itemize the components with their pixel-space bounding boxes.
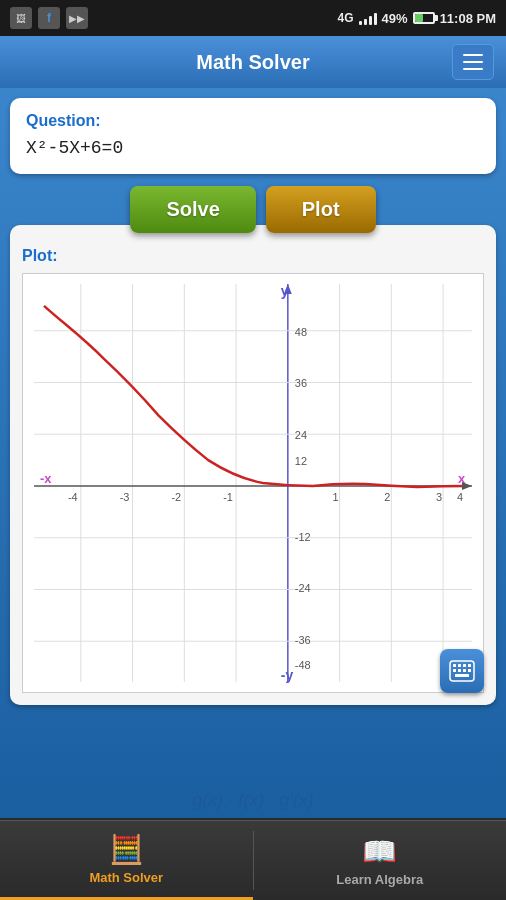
svg-text:-1: -1 xyxy=(223,491,233,503)
question-text[interactable]: X²-5X+6=0 xyxy=(26,138,480,158)
time: 11:08 PM xyxy=(440,11,496,26)
calculator-icon: 🧮 xyxy=(109,833,144,866)
nav-label-learn-algebra: Learn Algebra xyxy=(336,872,423,887)
svg-text:-12: -12 xyxy=(295,531,311,543)
menu-icon xyxy=(463,61,483,63)
menu-button[interactable] xyxy=(452,44,494,80)
svg-text:2: 2 xyxy=(384,491,390,503)
svg-text:-48: -48 xyxy=(295,659,311,671)
svg-text:12: 12 xyxy=(295,455,307,467)
svg-text:4: 4 xyxy=(457,491,463,503)
svg-marker-36 xyxy=(462,482,472,490)
plot-button[interactable]: Plot xyxy=(266,186,376,233)
svg-rect-39 xyxy=(458,664,461,667)
svg-text:-2: -2 xyxy=(171,491,181,503)
app-header: Math Solver xyxy=(0,36,506,88)
graph-container: 48 36 24 12 -12 -24 -36 -48 -4 -3 -2 -1 … xyxy=(22,273,484,693)
svg-text:1: 1 xyxy=(333,491,339,503)
plot-label: Plot: xyxy=(22,247,484,265)
keyboard-button[interactable] xyxy=(440,649,484,693)
solve-button[interactable]: Solve xyxy=(130,186,255,233)
svg-text:-y: -y xyxy=(281,667,294,683)
menu-icon xyxy=(463,68,483,70)
photo-icon: 🖼 xyxy=(10,7,32,29)
network-type: 4G xyxy=(338,11,354,25)
svg-text:-x: -x xyxy=(40,471,52,486)
status-bar: 🖼 f ▶▶ 4G 49% 11:08 PM xyxy=(0,0,506,36)
svg-rect-44 xyxy=(463,669,466,672)
battery-icon xyxy=(413,12,435,24)
svg-rect-41 xyxy=(468,664,471,667)
svg-rect-45 xyxy=(468,669,471,672)
nav-label-math-solver: Math Solver xyxy=(89,870,163,885)
svg-text:-24: -24 xyxy=(295,582,311,594)
bottom-nav: 🧮 Math Solver 📖 Learn Algebra xyxy=(0,820,506,900)
question-label: Question: xyxy=(26,112,480,130)
battery-percent: 49% xyxy=(382,11,408,26)
menu-icon xyxy=(463,54,483,56)
svg-rect-40 xyxy=(463,664,466,667)
svg-rect-38 xyxy=(453,664,456,667)
nav-item-math-solver[interactable]: 🧮 Math Solver xyxy=(0,821,253,900)
svg-text:-4: -4 xyxy=(68,491,78,503)
plot-card: Plot: xyxy=(10,225,496,705)
action-buttons: Solve Plot xyxy=(10,186,496,233)
svg-text:24: 24 xyxy=(295,429,307,441)
svg-rect-42 xyxy=(453,669,456,672)
main-content: Question: X²-5X+6=0 Solve Plot Plot: xyxy=(0,88,506,818)
svg-text:3: 3 xyxy=(436,491,442,503)
question-card: Question: X²-5X+6=0 xyxy=(10,98,496,174)
voicemail-icon: ▶▶ xyxy=(66,7,88,29)
status-icons: 🖼 f ▶▶ xyxy=(10,7,88,29)
svg-rect-43 xyxy=(458,669,461,672)
signal-bars xyxy=(359,11,377,25)
book-icon: 📖 xyxy=(362,835,397,868)
svg-rect-46 xyxy=(455,674,469,677)
facebook-icon: f xyxy=(38,7,60,29)
status-right: 4G 49% 11:08 PM xyxy=(338,11,496,26)
keyboard-icon xyxy=(449,660,475,682)
svg-text:48: 48 xyxy=(295,326,307,338)
svg-text:36: 36 xyxy=(295,377,307,389)
app-title: Math Solver xyxy=(54,51,452,74)
graph-svg: 48 36 24 12 -12 -24 -36 -48 -4 -3 -2 -1 … xyxy=(23,274,483,692)
svg-text:-36: -36 xyxy=(295,634,311,646)
nav-item-learn-algebra[interactable]: 📖 Learn Algebra xyxy=(254,821,507,900)
svg-text:-3: -3 xyxy=(120,491,130,503)
